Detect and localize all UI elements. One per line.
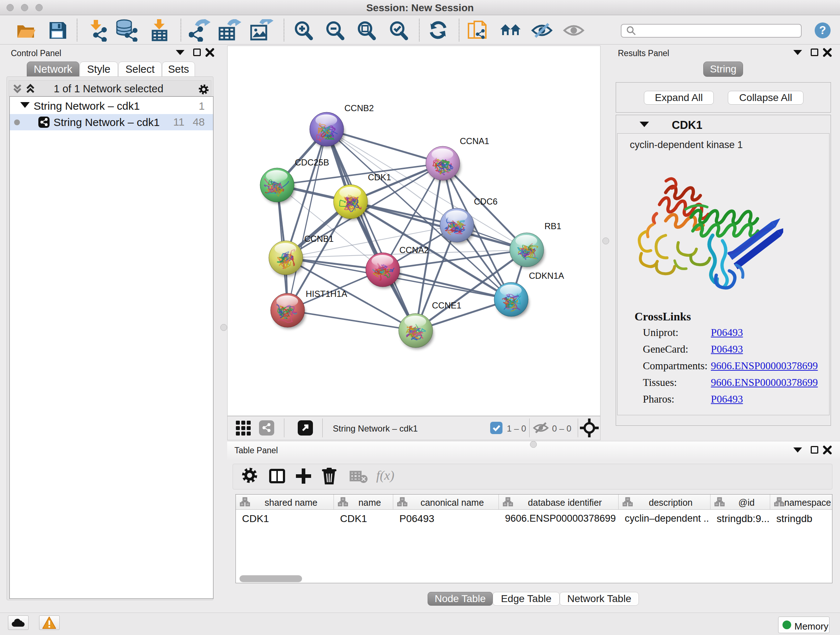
svg-text:HIST1H1A: HIST1H1A bbox=[306, 289, 347, 299]
svg-text:CCNE1: CCNE1 bbox=[432, 301, 461, 310]
svg-text:CCNB2: CCNB2 bbox=[344, 103, 374, 113]
svg-text:CCNA1: CCNA1 bbox=[460, 136, 489, 146]
svg-text:CDC6: CDC6 bbox=[474, 196, 497, 206]
svg-text:RB1: RB1 bbox=[545, 221, 561, 231]
svg-text:CDKN1A: CDKN1A bbox=[529, 271, 564, 280]
svg-text:CCNB1: CCNB1 bbox=[304, 234, 333, 244]
svg-text:CDK1: CDK1 bbox=[368, 172, 391, 182]
svg-text:CDC25B: CDC25B bbox=[295, 157, 329, 167]
svg-text:CCNA2: CCNA2 bbox=[399, 245, 429, 255]
